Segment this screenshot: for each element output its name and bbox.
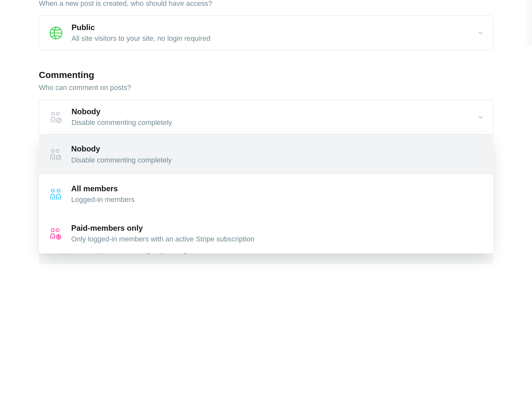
svg-point-5 xyxy=(51,150,54,152)
commenting-selected-title: Nobody xyxy=(72,106,470,117)
svg-point-11 xyxy=(51,228,54,231)
globe-icon xyxy=(48,25,64,41)
chevron-down-icon xyxy=(477,114,484,120)
option-title: All members xyxy=(71,183,484,194)
access-selected-title: Public xyxy=(72,22,470,32)
access-selected-desc: All site visitors to your site, no login… xyxy=(72,33,470,44)
commenting-section-subtitle: Who can comment on posts? xyxy=(39,83,493,92)
commenting-selected-desc: Disable commenting completely xyxy=(72,117,470,128)
option-title: Nobody xyxy=(71,144,484,154)
access-select[interactable]: Public All site visitors to your site, n… xyxy=(39,16,493,50)
option-title: Paid-members only xyxy=(71,223,484,233)
people-nobody-icon xyxy=(48,109,64,125)
access-section-subtitle: When a new post is created, who should h… xyxy=(39,0,493,8)
right-edge-shadow xyxy=(523,0,532,45)
people-members-icon xyxy=(48,186,63,202)
option-desc: Only logged-in members with an active St… xyxy=(71,234,484,244)
people-paid-icon xyxy=(48,226,63,241)
svg-point-2 xyxy=(57,112,60,115)
svg-point-12 xyxy=(56,228,59,231)
commenting-dropdown: Nobody Disable commenting completely xyxy=(39,135,493,253)
commenting-select[interactable]: Nobody Disable commenting completely xyxy=(39,100,493,135)
svg-line-4 xyxy=(57,119,61,122)
option-desc: Logged-in members xyxy=(71,194,484,205)
commenting-option-nobody[interactable]: Nobody Disable commenting completely xyxy=(39,135,493,174)
people-nobody-icon xyxy=(48,147,63,162)
svg-point-1 xyxy=(52,112,55,115)
commenting-section-title: Commenting xyxy=(39,70,493,80)
svg-line-8 xyxy=(57,156,60,159)
commenting-option-all-members[interactable]: All members Logged-in members xyxy=(39,174,493,214)
svg-point-10 xyxy=(57,189,60,192)
svg-point-6 xyxy=(56,150,59,152)
chevron-down-icon xyxy=(477,30,484,36)
svg-point-9 xyxy=(51,189,54,192)
option-desc: Disable commenting completely xyxy=(71,155,484,165)
commenting-option-paid-members[interactable]: Paid-members only Only logged-in members… xyxy=(39,214,493,253)
